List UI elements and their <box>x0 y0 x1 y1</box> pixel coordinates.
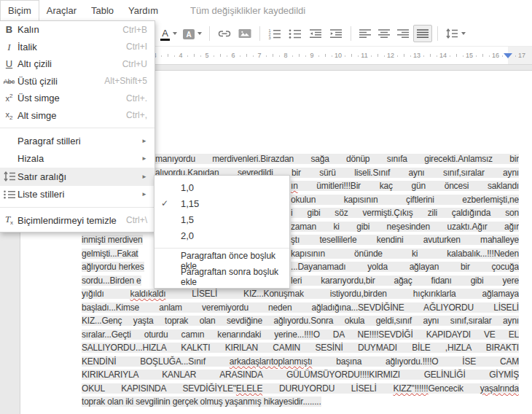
line-spacing-icon <box>3 171 15 182</box>
document-line[interactable]: kapısının önünde ki kalabalık...!!!Neden <box>291 247 519 261</box>
menu-item[interactable]: x2Üst simgeCtrl+. <box>0 90 154 107</box>
document-line[interactable]: okulun kapısının çiftlerini ezberlemişti… <box>291 193 519 207</box>
menu-item-label: Üst simge <box>17 93 120 104</box>
menubar-item[interactable]: Araçlar <box>39 0 84 20</box>
spacing-option[interactable]: 1,0 <box>154 179 289 195</box>
misspelled-word: ın <box>291 181 298 191</box>
menu-item[interactable]: Satır aralığı► <box>0 168 154 186</box>
document-line[interactable]: i gibi söz vermişti.Çıkış zili çaldığınd… <box>291 206 519 220</box>
bulleted-list-icon <box>288 28 302 39</box>
spacing-option-label: 1,0 <box>181 182 194 193</box>
menu-item[interactable]: Liste stilleri► <box>0 186 154 204</box>
ruler-tick <box>332 55 332 57</box>
ruler-tick <box>220 54 221 57</box>
highlight-color-button[interactable]: A <box>181 25 204 42</box>
format-menu-dropdown: BKalınCtrl+BIİtalikCtrl+IUAltı çiziliCtr… <box>0 20 155 233</box>
menu-item[interactable]: Hizala► <box>0 150 154 168</box>
text-run: ağlıyordu herkes <box>82 262 144 272</box>
indent-button[interactable] <box>326 25 345 42</box>
ruler-number: 11 <box>361 52 367 59</box>
menu-item[interactable]: TxBiçimlendirmeyi temizleCtrl+\ <box>0 211 154 230</box>
text-color-button[interactable]: A <box>158 25 179 42</box>
misspelled-word: KIZZ"!!!!!! <box>393 383 428 394</box>
selection-highlight: KENDİNİ BOŞLUĞA...Sınıf arkadaşlarıtopla… <box>82 356 519 367</box>
spacing-option-label: 2,0 <box>181 230 194 241</box>
submenu-arrow-icon: ► <box>141 138 147 144</box>
menubar-item[interactable]: Yardım <box>121 0 165 20</box>
google-docs-window: manıyordu merdivenleri.Birazdan sağa dön… <box>0 0 532 414</box>
align-left-button[interactable] <box>356 25 374 42</box>
document-line[interactable]: ın ümitleri!!!Bir kaç gün öncesi sakland… <box>291 179 519 193</box>
spacing-option[interactable]: 1,5 <box>154 211 289 227</box>
document-line[interactable]: sıralar...Geçti oturdu camın kenarındaki… <box>82 328 519 342</box>
list-styles-icon <box>3 189 15 200</box>
numbered-list-button[interactable]: 123 <box>265 25 284 42</box>
menu-item-label: Altı çizili <box>17 58 117 69</box>
dropdown-caret-icon <box>461 32 466 35</box>
ruler-number: 7 <box>257 52 261 59</box>
document-line[interactable]: yığıldı kaldıkaldı LİSELİ KIZ...Konuşmak… <box>82 287 519 301</box>
document-line[interactable]: manıyordu merdivenleri.Birazdan sağa dön… <box>155 152 519 166</box>
menu-item[interactable]: x2Alt simgeCtrl+, <box>0 107 154 125</box>
spacing-option[interactable]: 2,0 <box>154 227 289 243</box>
line-spacing-button[interactable] <box>443 25 468 42</box>
menubar-item[interactable]: Tablo <box>84 0 121 20</box>
selection-highlight: okulun kapısının çiftlerini ezberlemişti… <box>291 195 519 205</box>
selection-highlight: toprak olan iki sevgilinin gerçek olmuş … <box>82 397 321 407</box>
text-run: ...Dayanamadı yolda ağlayan bir çocuğa <box>291 262 519 272</box>
document-line[interactable]: OKUL KAPISINDA SEVDİĞİYLE"ELELE DURUYORD… <box>82 382 519 396</box>
bulleted-list-button[interactable] <box>286 25 305 42</box>
document-line[interactable]: SALLIYORDU...HIZLA KALKTI KIRILAN CAMIN … <box>82 341 519 355</box>
menu-separator <box>154 248 289 249</box>
ruler-number: 5 <box>205 52 208 59</box>
right-margin-marker[interactable] <box>504 53 512 58</box>
menubar-item[interactable]: Biçim <box>0 0 39 20</box>
bold-icon: B <box>3 25 15 34</box>
ruler-tick <box>423 55 424 57</box>
ruler-tick <box>404 54 404 57</box>
align-left-icon <box>359 28 372 39</box>
document-line[interactable]: KENDİNİ BOŞLUĞA...Sınıf arkadaşlarıtopla… <box>82 355 519 369</box>
text-color-icon: A <box>160 26 170 41</box>
selection-highlight: manıyordu merdivenleri.Birazdan sağa dön… <box>155 154 519 164</box>
check-icon: ✓ <box>161 198 168 208</box>
justify-button[interactable] <box>413 25 432 42</box>
document-line[interactable]: ağlıyordu herkes <box>82 260 144 274</box>
menu-item[interactable]: AbcÜstü çiziliAlt+Shift+5 <box>0 73 154 90</box>
ruler-number: 4 <box>179 52 182 59</box>
menu-item-shortcut: Ctrl+I <box>126 42 147 52</box>
spacing-extra-option[interactable]: Paragraftan sonra boşluk ekle <box>154 269 289 285</box>
document-line[interactable]: ştı tesellilerle kendini avuturken mahal… <box>291 233 519 247</box>
document-line[interactable]: gelmişti...Fakat <box>82 247 138 261</box>
document-line[interactable]: sordu...Birden e <box>82 274 141 288</box>
document-line[interactable]: inmişti merdiven <box>82 233 143 247</box>
ruler-tick <box>273 54 273 57</box>
document-line[interactable]: toprak olan iki sevgilinin gerçek olmuş … <box>82 395 321 409</box>
menu-item[interactable]: Paragraf stilleri► <box>0 132 154 150</box>
align-right-button[interactable] <box>394 25 412 42</box>
menu-item-label: Üstü çizili <box>17 76 98 87</box>
menu-item[interactable]: UAltı çiziliCtrl+U <box>0 55 154 73</box>
outdent-button[interactable] <box>306 25 325 42</box>
document-line[interactable]: KIZ...Genç yaşta toprak olan sevdiğine a… <box>82 314 519 328</box>
align-center-button[interactable] <box>375 25 393 42</box>
spacing-option[interactable]: ✓1,15 <box>154 195 289 211</box>
text-run: manıyordu merdivenleri.Birazdan sağa dön… <box>155 154 519 164</box>
selection-highlight: yığıldı kaldıkaldı LİSELİ KIZ...Konuşmak… <box>82 289 519 299</box>
text-run: sıralar...Geçti oturdu camın kenarındaki… <box>82 329 519 340</box>
menu-item[interactable]: BKalınCtrl+B <box>0 21 154 39</box>
document-line[interactable]: ...Dayanamadı yolda ağlayan bir çocuğa <box>291 260 519 274</box>
document-line[interactable]: başladı...Kimse anlam veremiyordu neden … <box>82 301 519 315</box>
insert-link-button[interactable] <box>215 25 234 42</box>
document-line[interactable]: leri kararıyordu,bir ağaç fidanı gibi ye… <box>291 274 519 288</box>
menu-item[interactable]: IİtalikCtrl+I <box>0 39 154 56</box>
insert-image-button[interactable] <box>235 25 254 42</box>
justify-icon <box>416 28 429 39</box>
ruler-number: 12 <box>387 52 394 59</box>
menu-item-label: Alt simge <box>17 110 120 121</box>
document-line[interactable]: KIRIKLARIYLA KANLAR ARASINDA GÜLÜMSÜYORD… <box>82 368 519 382</box>
ruler-tick <box>371 55 372 57</box>
document-line[interactable]: zaman ki gibi neşesinden uzaktı.Ağır ağı… <box>291 220 519 234</box>
ruler-tick <box>305 55 306 57</box>
clear-format-icon: Tx <box>3 214 15 226</box>
